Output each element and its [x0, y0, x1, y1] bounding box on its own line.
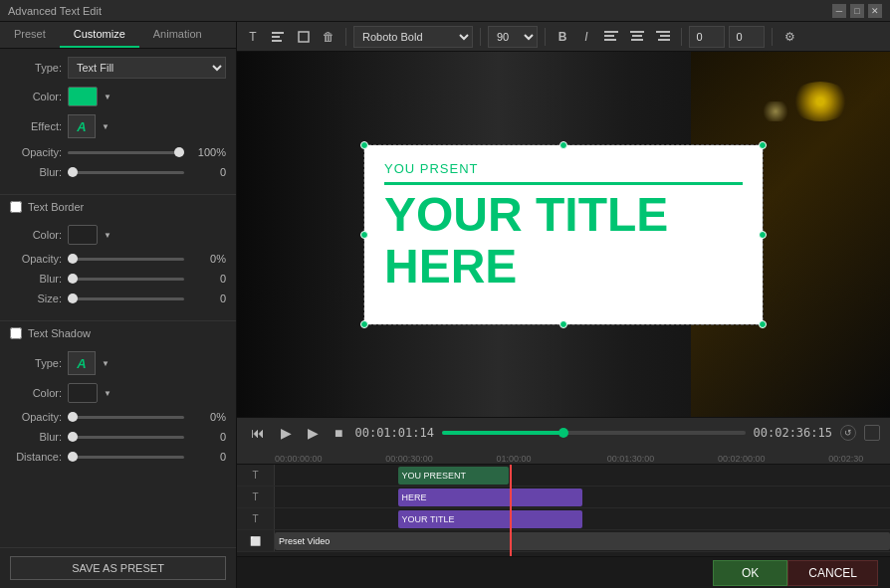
clip-here[interactable]: HERE	[398, 489, 582, 506]
svg-rect-6	[604, 39, 616, 41]
timeline-area: 00:00:00:00 00:00:30:00 01:00:00 00:01:3…	[237, 447, 890, 556]
video-background: YOU PRSENT YOUR TITLE HERE	[237, 52, 890, 417]
play-button[interactable]: ▶	[277, 423, 296, 443]
track-content-3[interactable]: YOUR TITLE	[275, 508, 890, 529]
blur-value: 0	[190, 166, 226, 178]
play-alt-button[interactable]: ▶	[304, 423, 323, 443]
type-select[interactable]: Text Fill	[68, 57, 226, 79]
text-tool-button[interactable]: T	[243, 25, 263, 49]
shadow-distance-value: 0	[190, 451, 226, 463]
border-size-slider-container	[68, 297, 184, 300]
ok-button[interactable]: OK	[713, 560, 787, 586]
track-content-1[interactable]: YOU PRESENT	[275, 465, 890, 486]
progress-bar[interactable]	[442, 431, 746, 435]
stop-button[interactable]: ■	[331, 423, 346, 443]
text-shadow-label: Text Shadow	[28, 327, 91, 339]
shadow-color-label: Color:	[10, 387, 62, 399]
loop-button[interactable]: ↺	[840, 425, 856, 441]
border-blur-slider[interactable]	[68, 278, 184, 281]
text-border-checkbox[interactable]	[10, 201, 22, 213]
color-swatch[interactable]	[68, 87, 98, 106]
border-blur-slider-container	[68, 278, 184, 281]
ruler-mark-5: 00:02:30	[828, 454, 863, 464]
align-tool-button[interactable]	[267, 25, 289, 49]
transport-bar: ⏮ ▶ ▶ ■ 00:01:01:14 00:02:36:15 ↺	[237, 417, 890, 447]
opacity-slider-container	[68, 151, 184, 154]
shadow-type-arrow[interactable]: ▼	[102, 359, 110, 368]
tab-preset[interactable]: Preset	[0, 22, 60, 48]
shadow-distance-label: Distance:	[10, 451, 62, 463]
text-overlay-box[interactable]: YOU PRSENT YOUR TITLE HERE	[364, 145, 763, 324]
tab-customize[interactable]: Customize	[60, 22, 139, 48]
svg-rect-9	[631, 39, 643, 41]
border-opacity-slider[interactable]	[68, 258, 184, 261]
resize-tool-button[interactable]	[293, 25, 315, 49]
save-preset-area: SAVE AS PRESET	[0, 547, 236, 588]
border-blur-row: Blur: 0	[10, 273, 226, 285]
shadow-blur-value: 0	[190, 431, 226, 443]
blur-label: Blur:	[10, 166, 62, 178]
opacity-row: Opacity: 100%	[10, 146, 226, 158]
align-center-button[interactable]	[626, 25, 648, 49]
shadow-color-row: Color: ▼	[10, 383, 226, 403]
border-color-swatch[interactable]	[68, 225, 98, 245]
leading-input[interactable]	[729, 26, 765, 48]
track-row-2: T HERE	[237, 487, 890, 508]
track-icon-4: ⬜	[237, 530, 275, 551]
shadow-opacity-slider-container	[68, 416, 184, 419]
tracking-input[interactable]	[689, 26, 725, 48]
delete-tool-button[interactable]: 🗑	[319, 25, 338, 49]
shadow-distance-slider[interactable]	[68, 456, 184, 459]
opacity-slider[interactable]	[68, 151, 184, 154]
preview-area[interactable]: YOU PRSENT YOUR TITLE HERE	[237, 52, 890, 417]
settings2-button[interactable]	[864, 425, 880, 441]
color-arrow[interactable]: ▼	[104, 93, 111, 101]
shadow-blur-row: Blur: 0	[10, 431, 226, 443]
track-content-4[interactable]: Preset Video	[275, 530, 890, 551]
border-color-label: Color:	[10, 229, 62, 241]
clip-you-present[interactable]: YOU PRESENT	[398, 467, 509, 485]
border-opacity-label: Opacity:	[10, 253, 62, 265]
shadow-opacity-label: Opacity:	[10, 411, 62, 423]
track-row-3: T YOUR TITLE	[237, 508, 890, 530]
save-preset-button[interactable]: SAVE AS PRESET	[10, 556, 226, 580]
svg-rect-8	[632, 35, 642, 37]
italic-button[interactable]: I	[576, 25, 596, 49]
effect-row: Effect: A ▼	[10, 114, 226, 138]
border-size-slider[interactable]	[68, 297, 184, 300]
settings-button[interactable]: ⚙	[779, 25, 799, 49]
effect-arrow[interactable]: ▼	[102, 122, 110, 131]
font-size-select[interactable]: 90	[488, 26, 538, 48]
playhead[interactable]	[510, 465, 512, 556]
border-color-arrow[interactable]: ▼	[104, 231, 111, 240]
cancel-button[interactable]: CANCEL	[787, 560, 878, 586]
clip-your-title[interactable]: YOUR TITLE	[398, 510, 582, 528]
toolbar: T 🗑 Roboto Bold 90 B I	[237, 22, 890, 52]
shadow-type-label: Type:	[10, 357, 62, 369]
bold-button[interactable]: B	[553, 25, 572, 49]
tunnel-lights	[790, 82, 850, 121]
maximize-button[interactable]: □	[850, 4, 864, 18]
separator1	[345, 28, 346, 46]
go-start-button[interactable]: ⏮	[247, 423, 269, 443]
font-select[interactable]: Roboto Bold	[353, 26, 473, 48]
align-left-button[interactable]	[600, 25, 622, 49]
align-right-button[interactable]	[652, 25, 674, 49]
shadow-color-swatch[interactable]	[68, 383, 98, 403]
shadow-color-arrow[interactable]: ▼	[104, 389, 111, 398]
tab-animation[interactable]: Animation	[139, 22, 216, 48]
shadow-blur-slider[interactable]	[68, 436, 184, 439]
light2	[761, 101, 790, 121]
text-shadow-checkbox[interactable]	[10, 327, 22, 339]
opacity-value: 100%	[190, 146, 226, 158]
border-opacity-slider-container	[68, 258, 184, 261]
blur-slider[interactable]	[68, 171, 184, 174]
clip-preset-video[interactable]: Preset Video	[275, 532, 890, 550]
effect-button[interactable]: A	[68, 114, 96, 138]
shadow-opacity-slider[interactable]	[68, 416, 184, 419]
ruler-mark-0: 00:00:00:00	[275, 454, 323, 464]
close-button[interactable]: ✕	[868, 4, 882, 18]
track-content-2[interactable]: HERE	[275, 487, 890, 507]
shadow-effect-button[interactable]: A	[68, 351, 96, 375]
minimize-button[interactable]: ─	[832, 4, 846, 18]
